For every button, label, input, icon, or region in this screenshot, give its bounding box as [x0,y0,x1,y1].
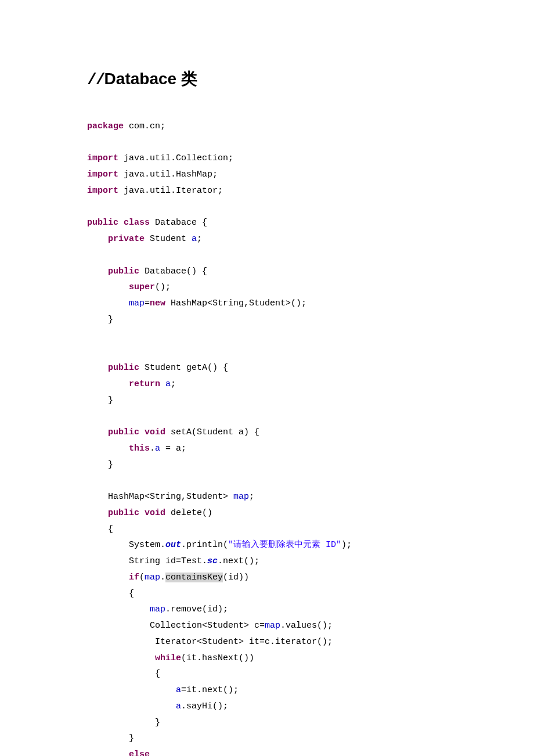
txt-cb: } [87,315,113,325]
txt-cb: } [87,460,113,470]
txt-semi: ; [171,379,176,389]
txt-ob2: { [87,589,134,599]
page-title: //Databace 类 [87,64,447,95]
txt-hasNext: (it.hasNext()) [181,653,254,663]
fld-map: map [233,492,249,502]
fld-map: map [145,573,160,582]
kw-super: super [129,282,155,292]
txt-semi: ; [249,492,254,502]
txt-delete: delete() [165,508,212,518]
txt-ob: { [87,524,113,534]
txt-println: .println( [181,540,228,550]
kw-if: if [129,573,139,582]
txt-hashmap-decl: HashMap<String,Student> [87,492,233,502]
document-page: //Databace 类 package com.cn; import java… [0,0,534,756]
txt-package: com.cn; [124,121,165,131]
txt-cb: } [87,395,113,405]
txt-system: System. [87,540,165,550]
fld-map: map [150,604,165,614]
fld-a: a [192,234,197,244]
fld-map: map [129,298,145,308]
txt-dot: . [160,573,165,582]
txt-idclose: (id)) [223,573,249,582]
kw-new: new [150,298,165,308]
txt-getA: Student getA() { [139,363,228,373]
txt-eq: = [145,298,150,308]
txt-assign: = a; [160,444,186,453]
kw-void: void [145,427,165,437]
txt-hashmap: HashMap<String,Student>(); [165,298,306,308]
txt-values: .values(); [280,621,333,631]
txt-import3: java.util.Iterator; [118,186,223,196]
txt-stringid: String id=Test. [87,556,207,566]
title-slashes: // [87,71,104,89]
txt-import1: java.util.Collection; [118,153,233,163]
kw-public: public [108,267,139,276]
hl-containsKey: containsKey [165,573,223,582]
kw-package: package [87,121,124,131]
txt-next: .next(); [218,556,259,566]
kw-public: public [108,508,139,518]
kw-public: public [108,427,139,437]
fld-a: a [165,379,171,389]
kw-public: public [108,363,139,373]
fld-out: out [165,540,181,550]
kw-public: public [87,218,118,228]
txt-remove: .remove(id); [165,604,228,614]
fld-a: a [176,685,181,695]
kw-return: return [129,379,160,389]
txt-import2: java.util.HashMap; [118,170,218,179]
txt-class: Databace { [150,218,207,228]
code-block: package com.cn; import java.util.Collect… [87,118,447,756]
kw-this: this [129,444,150,453]
txt-student: Student [145,234,192,244]
str-msg: "请输入要删除表中元素 ID" [228,540,341,550]
txt-iterator: Iterator<Student> it=c.iterator(); [87,637,333,647]
kw-import: import [87,153,118,163]
txt-dot: . [150,444,155,453]
txt-collection: Collection<Student> c= [87,621,265,631]
txt-closep: ); [341,540,352,550]
kw-else: else [129,750,150,756]
txt-sp [160,379,165,389]
fld-map: map [265,621,280,631]
kw-import: import [87,170,118,179]
txt-cb3: } [87,718,160,728]
txt-itnext: =it.next(); [181,685,239,695]
txt-ob3: { [87,669,160,679]
fld-a: a [155,444,160,453]
txt-ifopen: ( [139,573,145,582]
txt-paren: (); [155,282,171,292]
txt-setA: setA(Student a) { [165,427,259,437]
kw-private: private [108,234,145,244]
kw-while: while [155,653,181,663]
fld-sc: sc [207,556,218,566]
txt-cb2: } [87,733,134,743]
txt-sayhi: .sayHi(); [181,701,228,711]
kw-import: import [87,186,118,196]
fld-a: a [176,701,181,711]
txt-semi: ; [197,234,202,244]
txt-ctor: Databace() { [139,267,207,276]
kw-void: void [145,508,165,518]
kw-class: class [124,218,150,228]
